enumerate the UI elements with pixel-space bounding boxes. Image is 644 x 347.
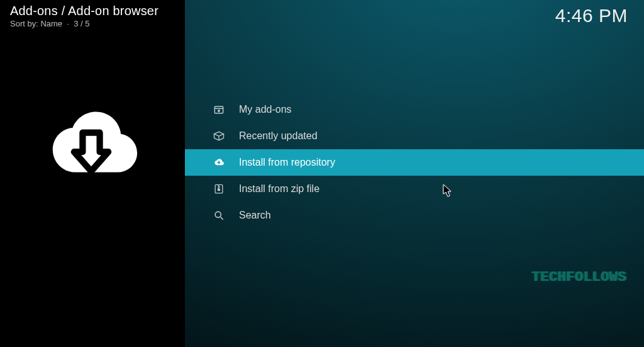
menu-item-my-addons[interactable]: My add-ons — [185, 96, 644, 123]
sort-value: Name — [40, 19, 62, 28]
item-position: 3 / 5 — [74, 19, 89, 28]
zip-file-icon — [211, 181, 226, 196]
open-box-icon — [211, 128, 226, 144]
sidebar-panel: Add-ons / Add-on browser Sort by: Name ·… — [0, 0, 185, 347]
svg-point-4 — [215, 212, 221, 217]
menu-item-recently-updated[interactable]: Recently updated — [185, 123, 644, 149]
sort-indicator: Sort by: Name · 3 / 5 — [10, 19, 89, 28]
sort-prefix: Sort by: — [10, 19, 38, 28]
search-icon — [211, 208, 226, 223]
menu-item-label: Search — [239, 210, 271, 221]
menu-item-install-from-zip[interactable]: Install from zip file — [185, 176, 644, 202]
menu-item-label: Install from repository — [239, 157, 335, 168]
menu-item-label: Recently updated — [239, 130, 318, 142]
svg-point-1 — [218, 110, 220, 112]
watermark: TECHFOLLOWS — [531, 270, 626, 285]
mouse-cursor-icon — [443, 184, 453, 198]
addons-box-icon — [211, 102, 226, 117]
menu-item-search[interactable]: Search — [185, 202, 644, 229]
main-panel: 4:46 PM My add-ons Recently updated — [185, 0, 644, 347]
breadcrumb: Add-ons / Add-on browser — [10, 4, 158, 18]
menu-list: My add-ons Recently updated Install from… — [185, 96, 644, 229]
clock: 4:46 PM — [555, 5, 628, 26]
svg-rect-3 — [218, 189, 220, 191]
menu-item-install-from-repository[interactable]: Install from repository — [185, 149, 644, 176]
cloud-download-hero-icon — [38, 92, 145, 199]
cloud-download-icon — [211, 155, 226, 170]
menu-item-label: Install from zip file — [239, 183, 319, 195]
menu-item-label: My add-ons — [239, 104, 292, 115]
